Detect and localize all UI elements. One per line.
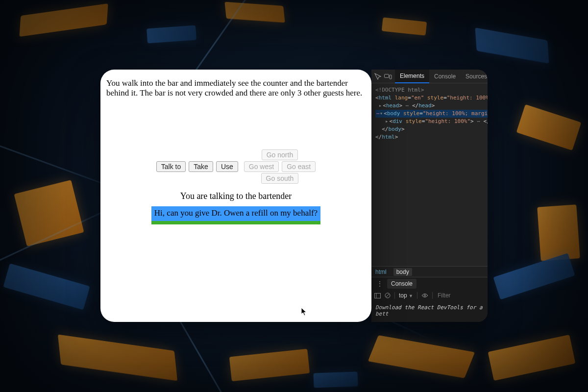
direction-pad: Go north Go west Go east Go south [244,149,316,184]
console-toolbar: top ▼ [371,290,488,301]
context-selector[interactable]: top ▼ [399,292,413,299]
device-toggle-icon[interactable] [384,73,392,80]
crumb-html[interactable]: html [375,269,387,275]
elements-tree[interactable]: <!DOCTYPE html> <html lang="en" style="h… [371,83,488,266]
mouse-cursor-icon [301,307,308,316]
breadcrumb: html body [371,266,488,277]
src-doctype: <!DOCTYPE html> [375,87,424,93]
kebab-icon[interactable]: ⋮ [374,280,385,288]
devtools-panel: Elements Console Sources <!DOCTYPE html>… [371,70,488,322]
svg-rect-0 [385,74,389,77]
console-drawer-label[interactable]: Console [387,279,416,289]
devtools-tabbar: Elements Console Sources [371,70,488,83]
go-north-button: Go north [262,149,298,160]
crumb-body[interactable]: body [393,268,412,276]
console-drawer-header: ⋮ Console [371,277,488,290]
talk-to-button[interactable]: Talk to [156,161,186,172]
tab-console[interactable]: Console [429,70,461,83]
go-south-button: Go south [261,173,299,184]
svg-rect-2 [375,293,381,298]
live-expression-icon[interactable] [421,293,428,298]
status-text: You are talking to the bartender [106,191,366,201]
go-west-button: Go west [244,161,279,172]
svg-rect-1 [390,75,392,79]
controls-area: Talk to Take Use Go north Go west Go eas… [106,149,366,184]
narration-text: You walk into the bar and immediately se… [106,78,366,98]
dialogue-option[interactable]: Hi, can you give Dr. Owen a refill on my… [151,206,320,224]
use-button[interactable]: Use [216,161,238,172]
go-east-button: Go east [282,161,316,172]
take-button[interactable]: Take [189,161,213,172]
inspect-icon[interactable] [374,73,381,80]
svg-point-6 [424,294,425,296]
console-message: Download the React DevTools for a bett [375,304,484,317]
console-filter-input[interactable] [437,292,466,299]
clear-console-icon[interactable] [385,293,391,298]
console-sidebar-toggle-icon[interactable] [374,293,381,298]
tab-sources[interactable]: Sources [461,70,488,83]
svg-line-5 [386,294,390,297]
verb-buttons: Talk to Take Use [156,161,239,172]
tab-elements[interactable]: Elements [395,70,429,83]
selected-node-body[interactable]: ⋯▾<body style="height: 100%; margin: 0"> [375,110,488,118]
game-window: You walk into the bar and immediately se… [100,70,371,322]
console-output: Download the React DevTools for a bett [371,301,488,322]
